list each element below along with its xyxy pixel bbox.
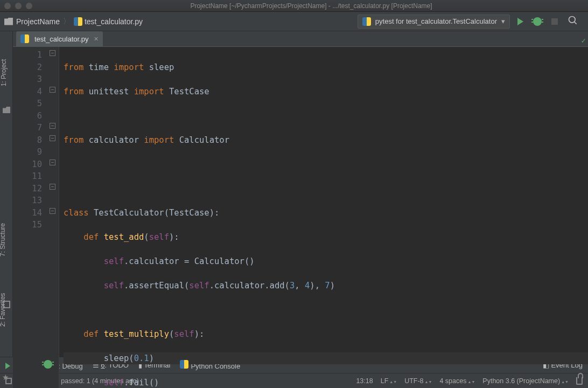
line-number: 5 bbox=[13, 98, 42, 110]
chevron-down-icon: ▾ bbox=[501, 17, 505, 25]
line-number: 10 bbox=[13, 158, 42, 171]
stop-button[interactable] bbox=[551, 18, 558, 25]
editor-tabs: test_calculator.py × bbox=[13, 31, 588, 47]
fold-end-icon[interactable]: − bbox=[50, 160, 55, 165]
zoom-window-icon[interactable] bbox=[26, 3, 32, 9]
svg-point-0 bbox=[569, 17, 576, 23]
fold-end-icon[interactable]: − bbox=[50, 208, 55, 214]
left-tool-rail: 1: Project 7: Structure 2: Favorites ★ bbox=[0, 31, 13, 357]
fold-column[interactable]: − − − − − − − bbox=[48, 47, 59, 388]
line-number: 3 bbox=[13, 73, 42, 86]
window-title: ProjectName [~/PycharmProjects/ProjectNa… bbox=[39, 2, 584, 10]
gutter[interactable]: 1 2 3 4 5 6 7 8 9 10 11 12 13 14 15 ↖ bbox=[13, 47, 48, 388]
line-number: 1 bbox=[13, 49, 42, 61]
favorites-tool-tab[interactable]: 2: Favorites bbox=[0, 293, 6, 327]
breadcrumb-separator: 〉 bbox=[63, 17, 71, 26]
line-number: 9 bbox=[13, 146, 42, 158]
line-number: 7 bbox=[13, 122, 42, 134]
lock-icon[interactable] bbox=[576, 377, 583, 385]
code-editor[interactable]: ✓ 1 2 3 4 5 6 7 8 9 10 11 12 13 14 15 bbox=[13, 47, 588, 388]
fold-icon[interactable]: − bbox=[50, 184, 55, 190]
line-number: 6 bbox=[13, 110, 42, 122]
close-icon[interactable]: × bbox=[94, 34, 98, 43]
run-config-label: pytest for test_calculator.TestCalculato… bbox=[375, 17, 497, 25]
line-number: 13 bbox=[13, 195, 42, 207]
traffic-lights[interactable] bbox=[4, 3, 32, 9]
folder-icon[interactable] bbox=[3, 107, 10, 113]
line-number: 15 bbox=[13, 219, 42, 231]
title-bar: ProjectName [~/PycharmProjects/ProjectNa… bbox=[0, 0, 588, 12]
python-file-icon bbox=[20, 34, 29, 43]
editor-tab[interactable]: test_calculator.py × bbox=[16, 31, 103, 46]
line-number: 8 bbox=[13, 134, 42, 147]
fold-icon[interactable]: − bbox=[50, 135, 55, 141]
close-window-icon[interactable] bbox=[4, 3, 11, 9]
line-number: 14 bbox=[13, 207, 42, 219]
minimize-window-icon[interactable] bbox=[15, 3, 22, 9]
fold-icon[interactable]: − bbox=[50, 123, 55, 129]
fold-icon[interactable]: − bbox=[50, 87, 55, 93]
svg-line-1 bbox=[575, 22, 577, 24]
breadcrumb-project[interactable]: ProjectName bbox=[16, 17, 60, 26]
line-number: 4 bbox=[13, 86, 42, 98]
debug-button[interactable] bbox=[533, 17, 542, 26]
breadcrumb-file[interactable]: test_calculator.py bbox=[85, 17, 143, 26]
folder-icon bbox=[4, 18, 13, 25]
tab-label: test_calculator.py bbox=[34, 35, 88, 43]
line-number: 12 bbox=[13, 183, 42, 195]
star-icon[interactable]: ★ bbox=[2, 373, 10, 379]
line-number: 2 bbox=[13, 61, 42, 74]
pytest-icon bbox=[362, 17, 371, 26]
run-button[interactable] bbox=[517, 18, 523, 25]
structure-tool-tab[interactable]: 7: Structure bbox=[0, 223, 6, 257]
run-config-selector[interactable]: pytest for test_calculator.TestCalculato… bbox=[358, 15, 510, 29]
code-content[interactable]: from time import sleep from unittest imp… bbox=[59, 47, 588, 388]
navigation-bar: ProjectName 〉 test_calculator.py pytest … bbox=[0, 12, 588, 31]
python-file-icon bbox=[74, 17, 82, 26]
project-tool-tab[interactable]: 1: Project bbox=[0, 59, 8, 87]
analysis-ok-icon[interactable]: ✓ bbox=[582, 34, 586, 47]
fold-icon[interactable]: − bbox=[50, 50, 55, 56]
line-number: 11 bbox=[13, 170, 42, 183]
search-icon[interactable] bbox=[568, 15, 578, 27]
